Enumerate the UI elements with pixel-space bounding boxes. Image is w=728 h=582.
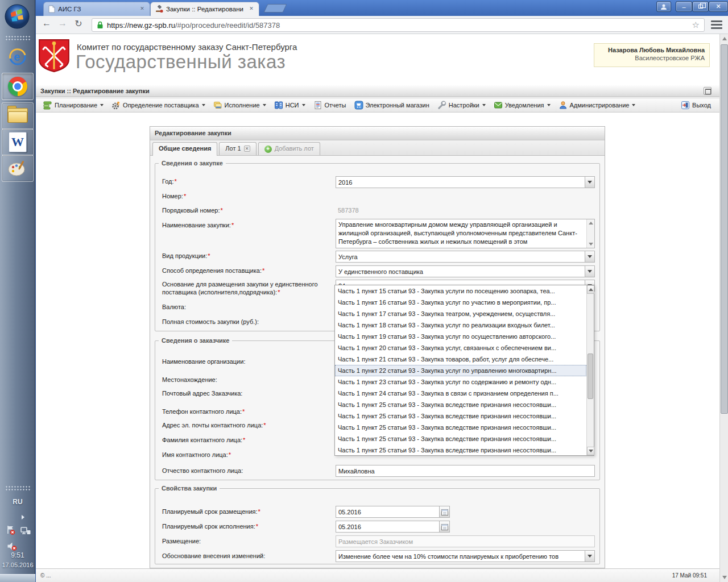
minimize-button[interactable]: – [676, 1, 692, 12]
menu-execution[interactable]: Исполнение [209, 99, 270, 111]
calendar-button[interactable] [440, 521, 450, 533]
paint-button[interactable] [2, 155, 34, 182]
restore-button[interactable] [692, 1, 709, 12]
user-name: Назарова Любовь Михайловна [599, 47, 705, 53]
dropdown-trigger-icon[interactable] [585, 177, 594, 188]
menu-nsi[interactable]: НСИ [270, 99, 309, 111]
panel-toggle-button[interactable] [704, 87, 712, 95]
dropdown-list-item[interactable]: Часть 1 пункт 21 статьи 93 - Закупка тов… [335, 354, 586, 365]
profile-button[interactable] [656, 1, 671, 12]
new-tab-button[interactable] [264, 4, 287, 13]
product-type-select[interactable]: Услуга [336, 251, 595, 263]
browser-tab-ais-gz[interactable]: АИС ГЗ ✕ [43, 2, 150, 16]
basis-label: Основание для размещения закупки у единс… [162, 280, 336, 296]
purchase-name-textarea[interactable]: Управление многоквартирным домом между у… [336, 219, 595, 248]
dropdown-list-item[interactable]: Часть 1 пункт 19 статьи 93 - Закупка усл… [335, 331, 586, 342]
network-icon[interactable] [20, 526, 31, 537]
menu-eshop[interactable]: Электронный магазин [350, 99, 433, 111]
page-scrollbar[interactable] [719, 34, 728, 582]
close-lot-icon[interactable]: ✕ [244, 146, 250, 152]
scroll-down-icon[interactable] [587, 447, 594, 455]
year-label: Год:* [162, 178, 177, 185]
basis-dropdown-list: Часть 1 пункт 15 статьи 93 - Закупка усл… [334, 285, 594, 456]
tab-close-icon[interactable]: ✕ [247, 5, 255, 13]
tab-close-icon[interactable]: ✕ [138, 5, 146, 13]
scroll-thumb[interactable] [588, 354, 593, 399]
scroll-down-icon[interactable] [720, 573, 728, 582]
tab-lot-1[interactable]: Лот 1 ✕ [219, 142, 256, 155]
internet-explorer-button[interactable]: e [6, 45, 29, 68]
dropdown-list-item[interactable]: Часть 1 пункт 20 статьи 93 - Закупка усл… [335, 342, 586, 354]
chevron-down-icon [100, 104, 104, 106]
change-reason-select[interactable]: Изменение более чем на 10% стоимости пла… [336, 550, 595, 562]
chrome-button[interactable] [2, 73, 34, 100]
tab-general-info[interactable]: Общие сведения [152, 142, 217, 156]
planning-icon [43, 101, 52, 110]
placement-date-input[interactable] [336, 506, 440, 518]
dropdown-trigger-icon[interactable] [585, 266, 594, 277]
tab-add-lot[interactable]: + Добавить лот [258, 142, 320, 155]
dropdown-trigger-icon[interactable] [585, 551, 594, 562]
taskbar-grip [5, 485, 30, 491]
year-select[interactable]: 2016 [336, 176, 595, 188]
language-indicator[interactable]: RU [0, 498, 35, 506]
menu-supplier-determination[interactable]: Определение поставщика [107, 99, 209, 111]
supplier-method-select[interactable]: У единственного поставщика [336, 265, 595, 277]
address-bar[interactable]: https://new.gz-spb.ru/#po/procedure/reed… [92, 18, 705, 32]
action-center-icon[interactable] [6, 525, 16, 537]
dropdown-list-item[interactable]: Часть 1 пункт 25 статьи 93 - Закупка всл… [335, 399, 586, 410]
menu-settings[interactable]: Настройки [433, 99, 490, 111]
execution-date-input[interactable] [336, 521, 440, 533]
dropdown-list-item[interactable]: Часть 1 пункт 24 статьи 93 - Закупка в с… [335, 388, 586, 399]
back-button[interactable]: ← [40, 18, 53, 28]
section-legend: Сведения о заказчике [159, 337, 232, 344]
gavel-favicon-icon [155, 5, 163, 13]
clock[interactable]: 9:51 [0, 551, 35, 559]
user-organization: Василеостровское РЖА [599, 55, 705, 61]
dropdown-scrollbar[interactable] [586, 285, 594, 455]
breadcrumb-bar: Закупки :: Редактирование закупки [36, 85, 719, 97]
user-info-box[interactable]: Назарова Любовь Михайловна Василеостровс… [594, 43, 710, 67]
menu-administration[interactable]: Администрирование [555, 99, 640, 111]
dropdown-trigger-icon[interactable] [585, 251, 594, 262]
calendar-icon [441, 509, 448, 516]
menu-reports[interactable]: Отчеты [309, 99, 350, 111]
bookmark-star-icon[interactable]: ☆ [692, 20, 700, 30]
scroll-up-icon[interactable] [720, 34, 728, 43]
dropdown-list-item[interactable]: Часть 1 пункт 22 статьи 93 - Закупка усл… [335, 365, 586, 376]
url-path: /#po/procedure/reedit/id/587378 [175, 21, 280, 30]
menu-planning[interactable]: Планирование [39, 99, 107, 111]
dropdown-list-item[interactable]: Часть 1 пункт 25 статьи 93 - Закупка всл… [335, 433, 586, 444]
scroll-up-icon[interactable] [587, 285, 594, 294]
dropdown-list-item[interactable]: Часть 1 пункт 25 статьи 93 - Закупка всл… [335, 410, 586, 422]
close-button[interactable]: ✕ [709, 1, 728, 12]
dropdown-list-item[interactable]: Часть 1 пункт 23 статьи 93 - Закупка усл… [335, 376, 586, 388]
panel-tabstrip: Общие сведения Лот 1 ✕ + Добавить лот [150, 140, 605, 156]
dropdown-list-item[interactable]: Часть 1 пункт 15 статьи 93 - Закупка усл… [335, 285, 586, 297]
firstname-label: Имя контактного лица:* [162, 451, 231, 458]
dropdown-list-item[interactable]: Часть 1 пункт 25 статьи 93 - Закупка всл… [335, 444, 586, 455]
dropdown-list-item[interactable]: Часть 1 пункт 17 статьи 93 - Закупка теа… [335, 308, 586, 319]
menu-notifications[interactable]: Уведомления [490, 99, 555, 111]
panel-title: Редактирование закупки [150, 127, 605, 140]
menu-exit[interactable]: Выход [677, 99, 715, 111]
browser-menu-icon[interactable] [711, 20, 722, 30]
show-desktop-button[interactable] [0, 574, 35, 582]
textarea-scrollbar[interactable] [586, 219, 594, 248]
dropdown-list-item[interactable]: Часть 1 пункт 25 статьи 93 - Закупка всл… [335, 422, 586, 433]
start-button[interactable] [4, 3, 30, 30]
word-button[interactable]: W [2, 128, 34, 156]
browser-tab-zakupki[interactable]: Закупки :: Редактировани ✕ [150, 2, 259, 16]
dropdown-list-item[interactable]: Часть 1 пункт 18 статьи 93 - Закупка усл… [335, 319, 586, 331]
scroll-thumb[interactable] [721, 44, 728, 414]
tray-expand-arrow[interactable] [22, 515, 24, 519]
date[interactable]: 17.05.2016 [0, 562, 35, 568]
forward-button[interactable]: → [56, 18, 69, 28]
volume-muted-icon[interactable] [7, 541, 17, 552]
patronymic-input[interactable] [336, 465, 595, 477]
paint-icon [7, 159, 28, 178]
dropdown-list-item[interactable]: Часть 1 пункт 16 статьи 93 - Закупка усл… [335, 297, 586, 308]
explorer-button[interactable] [2, 102, 34, 130]
calendar-button[interactable] [440, 506, 450, 518]
reload-button[interactable]: ↻ [72, 18, 85, 29]
